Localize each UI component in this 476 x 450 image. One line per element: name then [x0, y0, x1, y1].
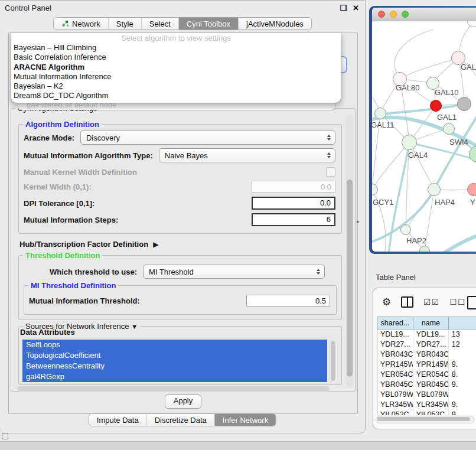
settings-scrollbar-thumb[interactable]: [347, 180, 353, 377]
minimize-traffic-light[interactable]: [390, 11, 397, 18]
node-gal1[interactable]: [430, 100, 442, 112]
table-row[interactable]: YBR045C YBR045C 9.: [377, 380, 476, 390]
algorithm-option[interactable]: Dream8 DC_TDC Algorithm: [11, 91, 341, 100]
expander-down-icon: ▼: [131, 323, 138, 330]
tab-style[interactable]: Style: [108, 18, 141, 30]
tab-network[interactable]: Network: [54, 18, 108, 30]
table-scrollbar-thumb[interactable]: [377, 417, 470, 421]
table-cell: 9.: [449, 360, 476, 370]
deselect-all-checks-icon[interactable]: ☐☐: [450, 298, 466, 306]
list-item[interactable]: TopologicalCoefficient: [22, 350, 327, 361]
node-salmon-partial[interactable]: [467, 183, 476, 196]
close-traffic-light[interactable]: [378, 11, 385, 18]
algorithm-option[interactable]: Basic Correlation Inference: [11, 53, 341, 62]
node-label-gal-partial: GAL: [461, 63, 476, 71]
tab-jactivemnodules[interactable]: jActiveMNodules: [238, 18, 311, 30]
tab-impute-data[interactable]: Impute Data: [89, 414, 146, 426]
document-icon[interactable]: [467, 296, 476, 309]
algorithm-definition-group: Algorithm Definition Aracne Mode: Discov…: [18, 124, 342, 234]
table-row[interactable]: YER054C YER054C 8.: [377, 370, 476, 380]
kernel-width-field[interactable]: 0.0: [252, 181, 335, 193]
list-item[interactable]: SelfLoops: [22, 340, 327, 350]
algorithm-option[interactable]: Mutual Information Inference: [11, 72, 341, 81]
which-threshold-combo[interactable]: MI Threshold: [143, 265, 325, 279]
table-row[interactable]: YLR345W YLR345W 9.: [377, 400, 476, 410]
node-gal11[interactable]: [374, 107, 386, 119]
mi-threshold-field[interactable]: 0.5: [246, 295, 330, 306]
dpi-tolerance-field[interactable]: 0.0: [252, 197, 335, 210]
aracne-mode-label: Aracne Mode:: [24, 133, 74, 142]
algorithm-option[interactable]: Bayesian – K2: [11, 81, 341, 91]
table-horizontal-scrollbar[interactable]: [376, 416, 474, 423]
manual-kernel-label: Manual Kernel Width Definition: [24, 168, 137, 177]
cyni-bottom-tab-bar: Impute Data Discretize Data Infer Networ…: [89, 413, 276, 426]
table-row[interactable]: YPR145W YPR145W 9.: [377, 360, 476, 370]
tab-jactivemnodules-label: jActiveMNodules: [246, 19, 304, 28]
table-row[interactable]: YBL079W YBL079W: [377, 390, 476, 400]
column-header-name[interactable]: name: [413, 317, 449, 330]
table-row[interactable]: YDR27... YDR27... 12: [377, 340, 476, 350]
zoom-traffic-light[interactable]: [402, 11, 409, 18]
table-cell: 9.: [449, 380, 476, 390]
mi-type-combo[interactable]: Naive Bayes: [159, 148, 335, 162]
aracne-mode-combo[interactable]: Discovery: [80, 131, 335, 145]
attributes-list-scrollbar[interactable]: [330, 340, 338, 383]
gear-icon[interactable]: ⚙: [382, 297, 391, 307]
algorithm-option-selected[interactable]: ARACNE Algorithm: [11, 63, 341, 72]
node-gal4[interactable]: [402, 135, 417, 150]
settings-vertical-scrollbar[interactable]: [346, 115, 353, 387]
apply-button[interactable]: Apply: [165, 394, 202, 409]
tab-impute-data-label: Impute Data: [97, 416, 139, 425]
tab-infer-network[interactable]: Infer Network: [214, 414, 276, 426]
tab-style-label: Style: [116, 19, 133, 28]
column-header-partial[interactable]: [449, 317, 476, 330]
tab-infer-network-label: Infer Network: [223, 416, 268, 425]
table-header-row: shared... name: [377, 317, 476, 330]
table-cell: 8.: [449, 370, 476, 380]
collapsed-panel-icon[interactable]: [2, 433, 8, 439]
select-all-checks-icon[interactable]: ☑☑: [423, 298, 439, 306]
settings-horizontal-scrollbar[interactable]: [17, 386, 329, 392]
node-gray[interactable]: [457, 97, 471, 111]
dpi-tolerance-label: DPI Tolerance [0,1]:: [24, 199, 94, 208]
table-cell: YBR043C: [377, 350, 413, 360]
panel-splitter-arrow[interactable]: ▸: [357, 219, 360, 224]
network-canvas[interactable]: GAL GAL80 GAL10 GAL1 GAL11 SWI4 GAL4 GCY…: [372, 21, 476, 252]
algorithm-popup-prompt: Select algorithm to view settings: [11, 33, 341, 43]
tab-discretize-data[interactable]: Discretize Data: [146, 414, 214, 426]
table-row[interactable]: YIL052C YIL052C 9.: [377, 410, 476, 415]
mi-type-value: Naive Bayes: [165, 151, 208, 160]
network-view-window: GAL GAL80 GAL10 GAL1 GAL11 SWI4 GAL4 GCY…: [369, 6, 476, 254]
table-row[interactable]: YDL19... YDL19... 13: [377, 330, 476, 340]
algorithm-option[interactable]: Bayesian – Hill Climbing: [11, 43, 341, 53]
table-cell: [449, 350, 476, 360]
tab-select[interactable]: Select: [141, 18, 178, 30]
node-hap4[interactable]: [428, 183, 441, 196]
table-cell: YBL079W: [413, 390, 449, 400]
attributes-scrollbar-thumb[interactable]: [331, 341, 335, 381]
float-window-icon[interactable]: ❑: [340, 4, 347, 12]
combo-stepper-icon: [317, 269, 320, 275]
list-item[interactable]: gal4RGexp: [22, 371, 327, 382]
column-header-shared-name[interactable]: shared...: [377, 317, 413, 330]
node-label-hap2: HAP2: [406, 236, 426, 245]
mi-steps-field[interactable]: 6: [252, 213, 335, 226]
node-label-hap4: HAP4: [435, 198, 455, 207]
table-cell: YBR045C: [413, 380, 449, 390]
control-panel-tab-bar: Network Style Select Cyni Toolbox jActiv…: [53, 17, 312, 30]
hub-definition-expander[interactable]: Hub/Transcription Factor Definition ▶: [19, 240, 158, 249]
combo-stepper-icon: [327, 152, 331, 158]
table-cell: YLR345W: [377, 400, 413, 410]
node-hap2[interactable]: [400, 224, 411, 235]
columns-icon[interactable]: [401, 296, 413, 308]
list-item[interactable]: BetweennessCentrality: [22, 361, 327, 371]
table-cell: 12: [449, 340, 476, 350]
close-icon[interactable]: ✕: [353, 4, 359, 12]
manual-kernel-checkbox[interactable]: [326, 167, 335, 177]
node-swi4[interactable]: [443, 123, 455, 135]
network-icon: [61, 20, 69, 27]
tab-cyni-toolbox[interactable]: Cyni Toolbox: [178, 18, 238, 30]
table-cell: [449, 390, 476, 400]
table-cell: YLR345W: [413, 400, 449, 410]
table-row[interactable]: YBR043C YBR043C: [377, 350, 476, 360]
